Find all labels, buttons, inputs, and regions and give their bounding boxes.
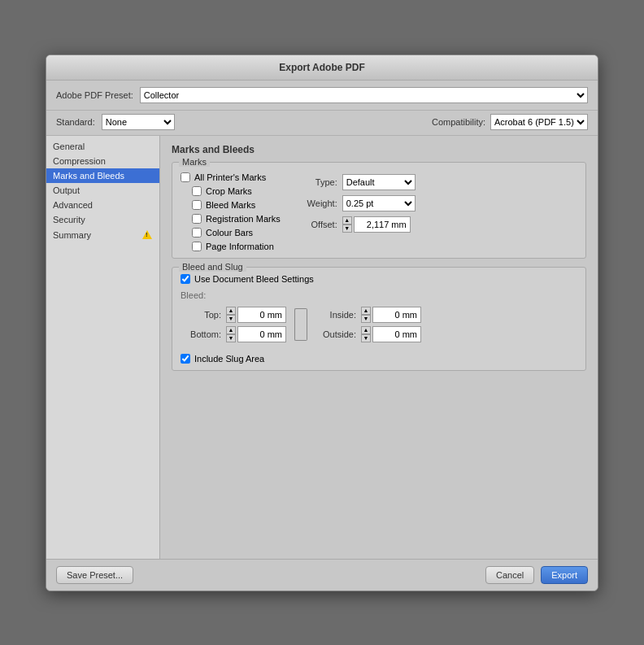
sidebar-item-advanced[interactable]: Advanced (46, 198, 159, 212)
crop-marks-label: Crop Marks (206, 186, 252, 196)
crop-marks-checkbox[interactable] (192, 186, 202, 196)
offset-spinner-buttons: ▲ ▼ (342, 216, 352, 233)
cancel-button[interactable]: Cancel (485, 566, 534, 584)
standard-label: Standard: (56, 117, 95, 127)
outside-up-btn[interactable]: ▲ (361, 326, 371, 334)
offset-up-btn[interactable]: ▲ (342, 216, 352, 224)
weight-label: Weight: (297, 198, 337, 208)
bottom-bar: Save Preset... Cancel Export (46, 559, 598, 591)
sidebar-item-general[interactable]: General (46, 139, 159, 154)
top-label: Top: (181, 310, 221, 320)
offset-label: Offset: (297, 220, 337, 229)
page-information-row: Page Information (192, 242, 281, 251)
dialog-title: Export Adobe PDF (279, 62, 365, 73)
bottom-label: Bottom: (181, 329, 221, 339)
registration-marks-row: Registration Marks (192, 214, 281, 224)
top-input[interactable] (237, 307, 286, 323)
colour-bars-row: Colour Bars (192, 228, 281, 238)
top-down-btn[interactable]: ▼ (226, 315, 236, 323)
title-bar: Export Adobe PDF (46, 55, 598, 81)
bleed-marks-checkbox[interactable] (192, 200, 202, 210)
offset-spinner: ▲ ▼ (342, 216, 411, 233)
bleed-right-col: Inside: ▲ ▼ Outside: (315, 307, 421, 342)
top-row: Top: ▲ ▼ (181, 307, 286, 323)
marks-group: Marks All Printer's Marks Crop Marks (172, 162, 586, 259)
type-select[interactable]: Default (342, 174, 416, 190)
outside-down-btn[interactable]: ▼ (361, 334, 371, 342)
bottom-up-btn[interactable]: ▲ (226, 326, 236, 334)
bleed-section-label: Bleed: (181, 290, 577, 300)
marks-group-label: Marks (179, 157, 210, 167)
link-bracket-left (294, 308, 301, 341)
weight-select[interactable]: 0.25 pt (342, 195, 416, 211)
outside-input[interactable] (372, 326, 421, 342)
registration-marks-label: Registration Marks (206, 214, 281, 224)
bleed-marks-label: Bleed Marks (206, 200, 255, 210)
page-information-checkbox[interactable] (192, 242, 202, 251)
compatibility-group: Compatibility: Acrobat 6 (PDF 1.5) (432, 114, 588, 130)
export-button[interactable]: Export (541, 566, 588, 584)
bottom-input[interactable] (237, 326, 286, 342)
warning-triangle (142, 230, 152, 239)
bottom-row: Bottom: ▲ ▼ (181, 326, 286, 342)
compatibility-select[interactable]: Acrobat 6 (PDF 1.5) (490, 114, 588, 130)
bleed-fields: Top: ▲ ▼ Bottom: (181, 303, 577, 346)
inside-spinner: ▲ ▼ (361, 307, 421, 323)
all-printers-marks-row: All Printer's Marks (181, 172, 281, 182)
include-slug-checkbox[interactable] (181, 354, 190, 364)
top-spinner-buttons: ▲ ▼ (226, 307, 236, 323)
inside-spinner-buttons: ▲ ▼ (361, 307, 371, 323)
save-preset-button[interactable]: Save Preset... (56, 566, 133, 584)
sidebar: General Compression Marks and Bleeds Out… (46, 136, 160, 559)
sidebar-item-summary[interactable]: Summary (46, 227, 159, 243)
bottom-spinner-buttons: ▲ ▼ (226, 326, 236, 342)
type-label: Type: (297, 177, 337, 187)
bleed-marks-row: Bleed Marks (192, 200, 281, 210)
colour-bars-checkbox[interactable] (192, 228, 202, 238)
inside-down-btn[interactable]: ▼ (361, 315, 371, 323)
top-up-btn[interactable]: ▲ (226, 307, 236, 315)
offset-input[interactable] (354, 216, 411, 233)
inside-input[interactable] (372, 307, 421, 323)
preset-select[interactable]: Collector (140, 87, 588, 103)
sidebar-item-marks-bleeds[interactable]: Marks and Bleeds (46, 168, 159, 183)
all-printers-marks-label: All Printer's Marks (194, 172, 266, 182)
all-printers-marks-checkbox[interactable] (181, 172, 190, 182)
outside-label: Outside: (315, 329, 356, 339)
sidebar-item-compression[interactable]: Compression (46, 154, 159, 168)
inside-up-btn[interactable]: ▲ (361, 307, 371, 315)
marks-left: All Printer's Marks Crop Marks Bleed Mar… (181, 172, 281, 251)
bottom-down-btn[interactable]: ▼ (226, 334, 236, 342)
export-pdf-dialog: Export Adobe PDF Adobe PDF Preset: Colle… (46, 54, 598, 591)
crop-marks-row: Crop Marks (192, 186, 281, 196)
use-document-bleed-label: Use Document Bleed Settings (194, 274, 314, 284)
main-area: General Compression Marks and Bleeds Out… (46, 136, 598, 559)
standard-row: Standard: None Compatibility: Acrobat 6 … (46, 111, 598, 136)
sidebar-item-security[interactable]: Security (46, 212, 159, 227)
bleed-slug-label: Bleed and Slug (179, 262, 246, 272)
bottom-spinner: ▲ ▼ (226, 326, 286, 342)
inside-row: Inside: ▲ ▼ (315, 307, 421, 323)
standard-select[interactable]: None (102, 114, 175, 130)
sidebar-item-output[interactable]: Output (46, 183, 159, 198)
offset-row: Offset: ▲ ▼ (297, 216, 416, 233)
top-spinner: ▲ ▼ (226, 307, 286, 323)
colour-bars-label: Colour Bars (206, 228, 253, 238)
bleed-left-col: Top: ▲ ▼ Bottom: (181, 307, 286, 342)
outside-row: Outside: ▲ ▼ (315, 326, 421, 342)
compatibility-label: Compatibility: (432, 117, 485, 127)
type-row: Type: Default (297, 174, 416, 190)
content-area: Marks and Bleeds Marks All Printer's Mar… (160, 136, 598, 559)
offset-down-btn[interactable]: ▼ (342, 224, 352, 233)
section-title: Marks and Bleeds (172, 144, 586, 155)
link-connector (294, 303, 307, 346)
include-slug-row: Include Slug Area (181, 354, 577, 364)
include-slug-label: Include Slug Area (194, 354, 264, 364)
weight-row: Weight: 0.25 pt (297, 195, 416, 211)
use-document-bleed-row: Use Document Bleed Settings (181, 274, 577, 284)
registration-marks-checkbox[interactable] (192, 214, 202, 224)
use-document-bleed-checkbox[interactable] (181, 274, 190, 284)
bleed-slug-group: Bleed and Slug Use Document Bleed Settin… (172, 267, 586, 371)
marks-right: Type: Default Weight: 0.25 pt (297, 174, 416, 251)
outside-spinner: ▲ ▼ (361, 326, 421, 342)
